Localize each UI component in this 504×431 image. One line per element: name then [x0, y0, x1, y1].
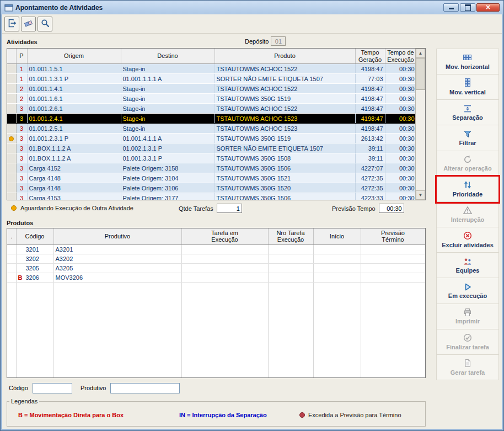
vertical-scrollbar[interactable]: [415, 49, 425, 200]
search-button[interactable]: [37, 17, 52, 31]
codigo-value: 3201: [26, 246, 39, 253]
priority-cell: 1: [16, 74, 27, 84]
scroll-thumb[interactable]: [416, 58, 425, 90]
product-row[interactable]: 3201 A3201: [7, 244, 425, 254]
tempo-execucao-cell: 00:30: [385, 94, 416, 104]
nro-tarefa-cell: [268, 263, 313, 273]
column-header-tarefa-execucao: Tarefa em Execução: [181, 228, 268, 244]
codigo-filter-label: Código: [9, 385, 28, 391]
activity-row[interactable]: 3 Carga 4148 Palete Origem: 3104 TSTAUTO…: [7, 173, 416, 183]
inicio-cell: [313, 244, 361, 254]
sidebar-button-label: Imprimir: [455, 318, 480, 325]
produto-cell: TSTAUTOWMS 350G 1519: [215, 94, 355, 104]
activity-row[interactable]: 1 01.001.1.3.1 P 01.001.1.1.1 A SORTER N…: [7, 74, 416, 84]
activity-row[interactable]: 1 01.001.1.5.1 Stage-in TSTAUTOWMS ACHOC…: [7, 64, 416, 74]
origem-cell: 01.BOX.1.1.2 A: [27, 153, 121, 163]
produto-cell: TSTAUTOWMS ACHOC 1523: [215, 124, 355, 134]
inicio-cell: [313, 254, 361, 263]
close-button[interactable]: [476, 3, 500, 12]
destino-cell: Stage-in: [121, 94, 215, 104]
tempo-execucao-cell: 00:30: [385, 74, 416, 84]
window-title: Apontamento de Atividades: [15, 4, 443, 12]
grid-vertical-icon: [463, 78, 472, 88]
minimize-button[interactable]: [443, 3, 459, 12]
delete-icon: [463, 231, 472, 241]
previsao-termino-cell: [361, 273, 425, 282]
produto-cell: TSTAUTOWMS ACHOC 1522: [215, 104, 355, 114]
nro-tarefa-cell: [268, 244, 313, 254]
activity-row[interactable]: 2 01.001.1.4.1 Stage-in TSTAUTOWMS ACHOC…: [7, 84, 416, 94]
sidebar-button-mov-vertical[interactable]: Mov. vertical: [437, 75, 498, 100]
sidebar-button-equipes[interactable]: Equipes: [437, 253, 498, 278]
activity-row[interactable]: 3 01.BOX.1.1.2 A 01.001.3.3.1 P TSTAUTOW…: [7, 153, 416, 163]
product-selector-cell: [7, 244, 16, 254]
inicio-cell: [313, 263, 361, 273]
produto-cell: TSTAUTOWMS ACHOC 1522: [215, 64, 355, 74]
activity-row[interactable]: 3 01.001.2.3.1 P 01.001.4.1.1 A TSTAUTOW…: [7, 134, 416, 143]
column-header-selector: [7, 49, 16, 64]
legend-box-movement: B = Movimentação Direta para o Box: [18, 412, 124, 418]
produto-cell: SORTER NÃO EMITE ETIQUETA 1507: [215, 143, 355, 153]
activities-header: P Origem Destino Produto Tempo Geração T…: [7, 49, 416, 64]
scroll-up-button[interactable]: [416, 49, 425, 58]
legend-interruption: IN = Interrupção da Separação: [179, 412, 267, 418]
origem-cell: 01.001.2.5.1: [27, 124, 121, 134]
codigo-cell: 3202: [16, 254, 53, 263]
sidebar-button-filtrar[interactable]: Filtrar: [437, 125, 498, 151]
previsao-tempo-input[interactable]: [379, 204, 404, 213]
qtde-tarefas-input[interactable]: [217, 204, 242, 213]
sidebar-button-em-execucao[interactable]: Em execução: [437, 278, 498, 304]
scroll-track[interactable]: [416, 58, 425, 190]
tempo-execucao-cell: 00:30: [385, 193, 416, 200]
codigo-cell: B3206: [16, 273, 53, 282]
column-header-destino: Destino: [121, 49, 215, 64]
legends-title: Legendas: [9, 398, 39, 405]
exit-icon: [7, 18, 17, 30]
warning-icon: [463, 206, 472, 215]
produto-cell: TSTAUTOWMS 350G 1520: [215, 183, 355, 193]
activity-row[interactable]: 3 Carga 4148 Palete Origem: 3106 TSTAUTO…: [7, 183, 416, 193]
produtivo-filter-label: Produtivo: [81, 385, 106, 391]
product-row[interactable]: 3202 A3202: [7, 254, 425, 263]
row-selector-cell: [7, 64, 16, 74]
clear-button[interactable]: [21, 17, 36, 31]
activity-row[interactable]: 3 Carga 4152 Palete Origem: 3158 TSTAUTO…: [7, 163, 416, 173]
origem-cell: Carga 4152: [27, 163, 121, 173]
codigo-filter-input[interactable]: [33, 383, 72, 393]
priority-cell: 3: [16, 163, 27, 173]
activity-row[interactable]: 3 01.001.2.4.1 Stage-in TSTAUTOWMS ACHOC…: [7, 114, 416, 124]
scroll-down-button[interactable]: [416, 190, 425, 200]
waiting-dot-legend-icon: [11, 205, 17, 211]
column-header-origem: Origem: [27, 49, 121, 64]
printer-icon: [463, 307, 472, 317]
origem-cell: 01.001.1.5.1: [27, 64, 121, 74]
row-selector-cell: [7, 163, 16, 173]
tempo-geracao-cell: 39:11: [355, 153, 385, 163]
title-bar[interactable]: Apontamento de Atividades: [2, 1, 502, 14]
row-selector-cell: [7, 74, 16, 84]
sidebar-button-prioridade[interactable]: Prioridade: [437, 177, 498, 202]
product-row[interactable]: B3206 MOV3206: [7, 273, 425, 282]
sidebar-button-separacao[interactable]: Separação: [437, 100, 498, 125]
activity-row[interactable]: 2 01.001.1.6.1 Stage-in TSTAUTOWMS 350G …: [7, 94, 416, 104]
activity-row[interactable]: 3 01.BOX.1.1.2 A 01.002.1.3.1 P SORTER N…: [7, 143, 416, 153]
row-selector-cell: [7, 84, 16, 94]
activity-row[interactable]: 3 01.001.2.6.1 Stage-in TSTAUTOWMS ACHOC…: [7, 104, 416, 114]
maximize-button[interactable]: [460, 3, 475, 12]
sidebar-button-label: Finalizar tarefa: [446, 344, 489, 351]
activity-row[interactable]: 3 01.001.2.5.1 Stage-in TSTAUTOWMS ACHOC…: [7, 124, 416, 134]
activity-row[interactable]: 3 Carga 4153 Palete Origem: 3177 TSTAUTO…: [7, 193, 416, 200]
produtivo-cell: A3205: [53, 263, 181, 273]
produtivo-filter-input[interactable]: [110, 383, 180, 393]
products-header: . Código Produtivo Tarefa em Execução Nr…: [7, 228, 425, 244]
tempo-geracao-cell: 4198:47: [355, 94, 385, 104]
column-header-produto: Produto: [215, 49, 355, 64]
product-row[interactable]: 3205 A3205: [7, 263, 425, 273]
exit-button[interactable]: [4, 17, 19, 31]
sidebar-button-mov-horizontal[interactable]: Mov. horizontal: [437, 49, 498, 75]
previsao-tempo-group: Previsão Tempo: [332, 204, 404, 213]
play-icon: [463, 282, 472, 291]
produto-cell: TSTAUTOWMS 350G 1521: [215, 173, 355, 183]
sidebar-button-label: Em execução: [448, 293, 487, 300]
sidebar-button-excluir-atividades[interactable]: Excluir atividades: [437, 227, 498, 253]
